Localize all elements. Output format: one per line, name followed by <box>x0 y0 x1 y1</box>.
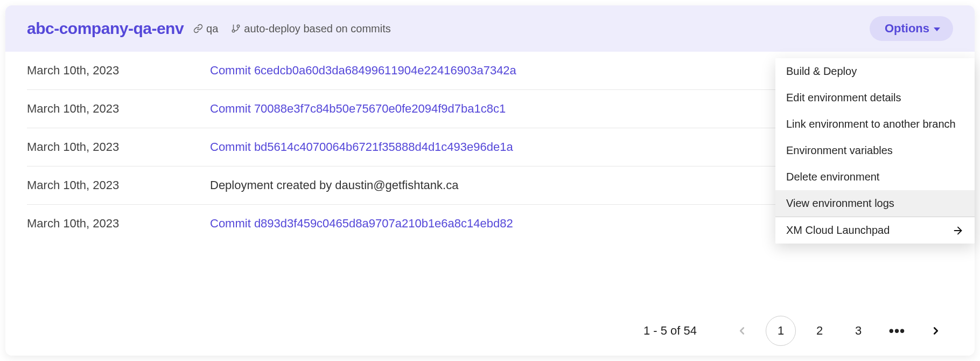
dropdown-item-delete-environment[interactable]: Delete environment <box>775 164 975 190</box>
pagination-page-1[interactable]: 1 <box>766 316 796 346</box>
dropdown-item-label: Build & Deploy <box>786 65 857 78</box>
dropdown-item-view-logs[interactable]: View environment logs <box>775 190 975 217</box>
deployment-date: March 10th, 2023 <box>27 178 210 192</box>
dropdown-item-label: Link environment to another branch <box>786 118 956 130</box>
dropdown-item-env-variables[interactable]: Environment variables <box>775 137 975 164</box>
environment-header: abc-company-qa-env qa auto-deploy based … <box>5 5 975 52</box>
dropdown-item-label: Environment variables <box>786 144 893 157</box>
branch-tag-label: auto-deploy based on commits <box>244 23 390 35</box>
dropdown-item-label: Edit environment details <box>786 92 901 104</box>
options-dropdown: Build & Deploy Edit environment details … <box>775 58 975 244</box>
pagination-page-2[interactable]: 2 <box>804 316 835 346</box>
pagination: 1 - 5 of 54 1 2 3 ••• <box>643 316 951 346</box>
chevron-right-icon <box>930 325 942 337</box>
options-button-label: Options <box>885 22 929 36</box>
chevron-left-icon <box>736 325 748 337</box>
pagination-prev[interactable] <box>727 316 757 346</box>
arrow-right-icon <box>952 225 964 237</box>
deployment-date: March 10th, 2023 <box>27 217 210 231</box>
commit-link[interactable]: Commit 6cedcb0a60d3da68499611904e2241690… <box>210 64 516 78</box>
dropdown-item-build-deploy[interactable]: Build & Deploy <box>775 58 975 85</box>
deployment-date: March 10th, 2023 <box>27 64 210 78</box>
dropdown-item-label: XM Cloud Launchpad <box>786 224 890 237</box>
deployment-text: Deployment created by daustin@getfishtan… <box>210 178 458 192</box>
commit-link[interactable]: Commit bd5614c4070064b6721f35888d4d1c493… <box>210 140 513 154</box>
commit-link[interactable]: Commit d893d3f459c0465d8a9707a210b1e6a8c… <box>210 217 513 231</box>
link-tag: qa <box>193 23 218 35</box>
pagination-next[interactable] <box>921 316 951 346</box>
dropdown-item-launchpad[interactable]: XM Cloud Launchpad <box>775 217 975 244</box>
environment-title: abc-company-qa-env <box>27 19 184 38</box>
pagination-info: 1 - 5 of 54 <box>643 324 697 338</box>
dropdown-item-label: View environment logs <box>786 197 894 210</box>
commit-link[interactable]: Commit 70088e3f7c84b50e75670e0fe2094f9d7… <box>210 102 506 116</box>
pagination-ellipsis[interactable]: ••• <box>882 316 912 346</box>
dropdown-item-edit-environment[interactable]: Edit environment details <box>775 85 975 111</box>
git-branch-icon <box>231 24 241 33</box>
header-tags: qa auto-deploy based on commits <box>193 23 391 35</box>
dropdown-item-label: Delete environment <box>786 171 879 183</box>
link-tag-label: qa <box>206 23 218 35</box>
deployment-date: March 10th, 2023 <box>27 140 210 154</box>
dropdown-item-link-branch[interactable]: Link environment to another branch <box>775 111 975 137</box>
branch-tag: auto-deploy based on commits <box>231 23 390 35</box>
pagination-page-3[interactable]: 3 <box>843 316 873 346</box>
deployment-date: March 10th, 2023 <box>27 102 210 116</box>
options-button[interactable]: Options <box>870 16 953 41</box>
caret-down-icon <box>934 27 940 31</box>
link-icon <box>193 24 203 33</box>
